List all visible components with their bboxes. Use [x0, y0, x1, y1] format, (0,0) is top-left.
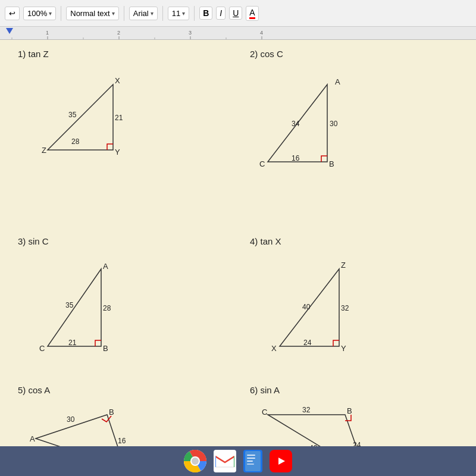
svg-text:B: B — [347, 406, 352, 415]
separator4 — [194, 6, 195, 21]
triangle-6: C B A 32 40 24 — [262, 403, 399, 446]
svg-text:B: B — [103, 344, 108, 353]
problem-3-label: 3) sin C — [18, 236, 49, 246]
svg-text:40: 40 — [302, 303, 311, 311]
triangle-4: Z X Y 24 40 32 — [268, 257, 387, 352]
svg-text:35: 35 — [65, 301, 74, 309]
svg-text:X: X — [271, 344, 277, 353]
zoom-value: 100% — [27, 9, 47, 18]
problem-4-label: 4) tan X — [250, 236, 281, 246]
style-selector[interactable]: Normal text ▾ — [66, 7, 118, 20]
svg-text:21: 21 — [68, 339, 77, 347]
underline-button[interactable]: U — [229, 7, 242, 20]
svg-text:21: 21 — [115, 114, 123, 122]
svg-text:Z: Z — [341, 261, 346, 270]
svg-text:A: A — [30, 434, 35, 443]
svg-text:Y: Y — [341, 344, 346, 353]
svg-text:B: B — [329, 159, 334, 168]
triangle-2: A C B 16 34 30 — [256, 73, 375, 168]
toolbar: ↩ 100% ▾ Normal text ▾ Arial ▾ 11 ▾ B I … — [0, 0, 476, 27]
svg-text:35: 35 — [68, 111, 77, 119]
separator — [61, 6, 61, 21]
svg-text:Z: Z — [42, 146, 46, 155]
triangle-3: A C B 21 35 28 — [36, 257, 155, 352]
triangle-1: Z X Y 28 35 21 — [36, 73, 155, 162]
svg-marker-41 — [36, 415, 125, 446]
svg-text:4: 4 — [260, 30, 263, 36]
svg-text:B: B — [109, 408, 114, 416]
svg-point-57 — [192, 458, 199, 465]
zoom-arrow: ▾ — [49, 10, 52, 17]
svg-text:16: 16 — [292, 154, 300, 162]
svg-rect-62 — [247, 461, 253, 462]
chrome-icon[interactable] — [184, 450, 206, 472]
svg-text:C: C — [259, 159, 265, 168]
ruler: 1 2 3 4 — [0, 27, 476, 40]
problem-2-label: 2) cos C — [250, 49, 283, 59]
svg-text:32: 32 — [341, 304, 349, 312]
svg-text:16: 16 — [118, 437, 126, 445]
svg-text:C: C — [39, 344, 45, 353]
gmail-icon[interactable] — [214, 450, 236, 472]
style-value: Normal text — [70, 9, 109, 18]
youtube-icon[interactable] — [270, 450, 292, 472]
size-value: 11 — [172, 9, 180, 18]
svg-text:28: 28 — [103, 304, 111, 312]
zoom-selector[interactable]: 100% ▾ — [23, 7, 56, 20]
svg-text:C: C — [262, 408, 267, 416]
svg-text:24: 24 — [303, 339, 312, 347]
svg-marker-13 — [48, 84, 113, 150]
docs-icon[interactable] — [243, 450, 262, 472]
italic-button[interactable]: I — [216, 7, 226, 20]
svg-text:28: 28 — [71, 137, 80, 146]
font-arrow: ▾ — [151, 10, 154, 17]
svg-text:3: 3 — [189, 30, 192, 36]
triangle-5: A B C 30 34 16 — [30, 403, 167, 446]
svg-rect-60 — [247, 455, 255, 456]
document: 1) tan Z Z X Y 28 35 21 2) cos C A C B 1… — [0, 40, 476, 446]
svg-marker-27 — [48, 269, 101, 346]
svg-text:X: X — [115, 76, 120, 85]
svg-text:2: 2 — [117, 30, 120, 36]
font-selector[interactable]: Arial ▾ — [129, 7, 158, 20]
bold-button[interactable]: B — [199, 7, 212, 20]
svg-text:A: A — [103, 262, 108, 271]
svg-rect-63 — [247, 464, 254, 465]
font-value: Arial — [133, 9, 149, 18]
style-arrow: ▾ — [112, 10, 115, 17]
svg-text:24: 24 — [353, 441, 361, 446]
svg-text:30: 30 — [330, 120, 338, 128]
taskbar — [0, 446, 476, 476]
svg-text:1: 1 — [46, 30, 49, 36]
svg-text:32: 32 — [302, 406, 311, 414]
separator3 — [162, 6, 163, 21]
svg-text:A: A — [335, 77, 340, 86]
svg-rect-61 — [247, 458, 255, 459]
size-arrow: ▾ — [182, 10, 185, 17]
problem-6-label: 6) sin A — [250, 385, 280, 395]
problem-5-label: 5) cos A — [18, 385, 50, 395]
svg-text:30: 30 — [67, 415, 75, 424]
size-selector[interactable]: 11 ▾ — [168, 7, 189, 20]
separator2 — [124, 6, 124, 21]
color-button[interactable]: A — [246, 6, 258, 21]
svg-rect-0 — [0, 27, 476, 40]
svg-text:34: 34 — [292, 120, 300, 128]
undo-button[interactable]: ↩ — [5, 7, 20, 20]
svg-text:Y: Y — [115, 148, 120, 156]
problem-1-label: 1) tan Z — [18, 49, 49, 59]
